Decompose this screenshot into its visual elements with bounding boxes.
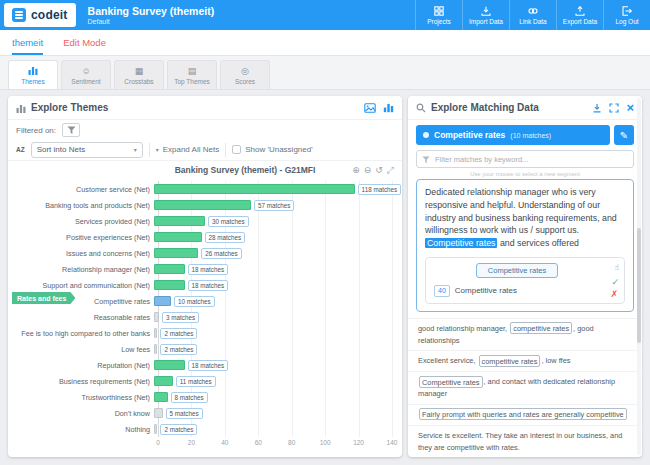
export-image-button[interactable] bbox=[364, 103, 376, 113]
theme-label[interactable]: Low fees bbox=[8, 345, 154, 354]
theme-label[interactable]: Customer service (Net) bbox=[8, 185, 154, 194]
zoom-out-icon[interactable]: ⊖ bbox=[364, 165, 372, 176]
link-data-button[interactable]: Link Data bbox=[509, 0, 556, 30]
theme-label[interactable]: Positive experiences (Net) bbox=[8, 233, 154, 242]
theme-bar[interactable] bbox=[154, 392, 168, 402]
scrollbar-thumb[interactable] bbox=[637, 228, 641, 343]
match-item[interactable]: Fairly prompt with queries and rates are… bbox=[408, 405, 642, 426]
filter-funnel-button[interactable] bbox=[62, 123, 80, 137]
import-data-button[interactable]: Import Data bbox=[462, 0, 509, 30]
excerpt-text: Dedicated relationship manager who is ve… bbox=[425, 186, 625, 250]
theme-tag[interactable]: Competitive rates bbox=[419, 376, 483, 388]
tab-edit-mode[interactable]: Edit Mode bbox=[63, 30, 106, 55]
theme-bar[interactable] bbox=[154, 200, 251, 210]
selected-theme-bar[interactable]: Competitive rates (10 matches) bbox=[416, 125, 610, 145]
theme-bar[interactable] bbox=[154, 216, 205, 226]
theme-label[interactable]: Services provided (Net) bbox=[8, 217, 154, 226]
theme-label[interactable]: Reputation (Net) bbox=[8, 361, 154, 370]
confirm-check-icon[interactable]: ✓ bbox=[611, 277, 619, 287]
theme-label[interactable]: Business requirements (Net) bbox=[8, 377, 154, 386]
theme-label[interactable]: Trustworthiness (Net) bbox=[8, 393, 154, 402]
match-item[interactable]: good relationship manager, competitive r… bbox=[408, 319, 642, 352]
theme-bar[interactable] bbox=[154, 264, 185, 274]
tab-themeit[interactable]: themeit bbox=[12, 30, 43, 55]
keyword-filter-input[interactable]: Filter matches by keyword... bbox=[416, 150, 634, 168]
bar-area: 118 matches bbox=[154, 181, 392, 197]
match-count-badge: 10 matches bbox=[174, 296, 215, 307]
expand-panel-button[interactable] bbox=[609, 103, 619, 113]
theme-label[interactable]: Fee is too high compared to other banks bbox=[8, 329, 154, 338]
match-count-badge: 28 matches bbox=[205, 232, 246, 243]
theme-bar[interactable] bbox=[154, 296, 171, 306]
show-unassigned-toggle[interactable]: Show 'Unassigned' bbox=[232, 145, 313, 154]
theme-bar[interactable] bbox=[154, 376, 173, 386]
theme-bar[interactable] bbox=[154, 344, 157, 354]
close-panel-button[interactable]: × bbox=[626, 102, 634, 113]
theme-label[interactable]: Support and communication (Net) bbox=[8, 281, 154, 290]
chart-view-button[interactable] bbox=[383, 103, 394, 113]
edit-theme-button[interactable]: ✎ bbox=[614, 125, 634, 145]
theme-label[interactable]: Relationship manager (Net) bbox=[8, 265, 154, 274]
theme-bar[interactable] bbox=[154, 248, 198, 258]
segment-theme-pill[interactable]: Competitive rates bbox=[476, 263, 558, 278]
chart-row: Support and communication (Net)18 matche… bbox=[8, 277, 402, 293]
match-item[interactable]: Competitive rates, and contact with dedi… bbox=[408, 372, 642, 405]
theme-label[interactable]: Banking tools and products (Net) bbox=[8, 201, 154, 210]
match-item[interactable]: Excellent service, competitive rates, lo… bbox=[408, 351, 642, 372]
scrollbar-track[interactable] bbox=[637, 98, 641, 455]
mode-tabs: themeit Edit Mode bbox=[0, 30, 650, 56]
download-matches-button[interactable] bbox=[592, 103, 602, 113]
match-count-badge: 18 matches bbox=[188, 280, 229, 291]
bar-area: 30 matches bbox=[154, 213, 392, 229]
pencil-icon: ✎ bbox=[620, 130, 628, 141]
text-segment: good relationship manager, bbox=[418, 324, 509, 333]
theme-label[interactable]: Reasonable rates bbox=[8, 313, 154, 322]
sort-az-icon[interactable]: AZ bbox=[16, 147, 25, 153]
tab-crosstabs[interactable]: ▦ Crosstabs bbox=[114, 60, 164, 89]
bar-chart-icon bbox=[16, 99, 26, 117]
fullscreen-icon[interactable]: ⤢ bbox=[387, 165, 394, 176]
theme-tag[interactable]: competitive rates bbox=[510, 322, 572, 334]
chart-title-row: Banking Survey (themeit) - G21MFI ⊕ ⊖ ↺ … bbox=[8, 161, 402, 179]
net-tag-rates-and-fees[interactable]: Rates and fees bbox=[12, 292, 75, 304]
highlighted-segment[interactable]: Competitive rates bbox=[425, 238, 497, 248]
selected-match-excerpt[interactable]: Dedicated relationship manager who is ve… bbox=[416, 179, 634, 312]
segment-count-badge: 40 bbox=[434, 285, 450, 297]
thumbs-up-icon[interactable]: ☝ bbox=[614, 263, 619, 272]
logo[interactable]: codeit bbox=[4, 3, 76, 27]
expand-all-nets-button[interactable]: ▾ Expand All Nets bbox=[156, 145, 220, 154]
theme-bar[interactable] bbox=[154, 424, 157, 434]
export-data-button[interactable]: Export Data bbox=[556, 0, 603, 30]
theme-label[interactable]: Nothing bbox=[8, 425, 154, 434]
theme-bar[interactable] bbox=[154, 360, 185, 370]
reject-cross-icon[interactable]: ✗ bbox=[610, 289, 618, 299]
theme-bar[interactable] bbox=[154, 184, 355, 194]
theme-tag[interactable]: Fairly prompt with queries and rates are… bbox=[419, 408, 627, 420]
tab-scores[interactable]: ◎ Scores bbox=[220, 60, 270, 89]
sort-select[interactable]: Sort into Nets ▾ bbox=[31, 142, 143, 158]
bar-area: 18 matches bbox=[154, 277, 392, 293]
theme-tag[interactable]: competitive rates bbox=[479, 355, 541, 367]
bar-area: 2 matches bbox=[154, 325, 392, 341]
projects-button[interactable]: Projects bbox=[415, 0, 462, 30]
projects-grid-icon bbox=[434, 6, 444, 16]
theme-bar[interactable] bbox=[154, 328, 157, 338]
theme-bar[interactable] bbox=[154, 280, 185, 290]
zoom-in-icon[interactable]: ⊕ bbox=[352, 165, 360, 176]
chart-row: Reputation (Net)18 matches bbox=[8, 357, 402, 373]
reset-zoom-icon[interactable]: ↺ bbox=[375, 165, 383, 176]
log-out-button[interactable]: Log Out bbox=[603, 0, 650, 30]
segment-count-label: Competitive rates bbox=[455, 286, 517, 295]
theme-label[interactable]: Issues and concerns (Net) bbox=[8, 249, 154, 258]
theme-bar[interactable] bbox=[154, 408, 163, 418]
tab-themes[interactable]: Themes bbox=[8, 60, 58, 89]
theme-label[interactable]: Don't know bbox=[8, 409, 154, 418]
tab-top-themes[interactable]: ▤ Top Themes bbox=[167, 60, 217, 89]
theme-bar[interactable] bbox=[154, 312, 159, 322]
explore-themes-header: Explore Themes bbox=[8, 96, 402, 120]
selected-theme-count: (10 matches) bbox=[510, 132, 551, 139]
theme-bar[interactable] bbox=[154, 232, 202, 242]
match-item[interactable]: Service is excellent. They take an inter… bbox=[408, 426, 642, 457]
tab-sentiment[interactable]: ☺ Sentiment bbox=[61, 60, 111, 89]
unassigned-checkbox[interactable] bbox=[232, 145, 241, 154]
